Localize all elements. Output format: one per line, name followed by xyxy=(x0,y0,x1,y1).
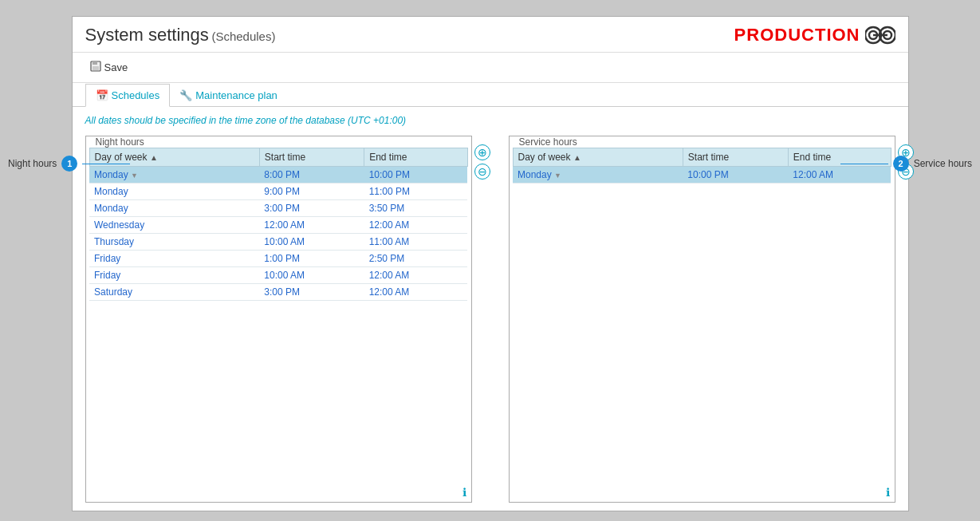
svg-rect-7 xyxy=(92,66,99,70)
table-row[interactable]: Saturday 3:00 PM 12:00 AM xyxy=(89,284,467,301)
table-row[interactable]: Wednesday 12:00 AM 12:00 AM xyxy=(89,217,467,234)
cell-start: 10:00 PM xyxy=(683,167,788,184)
cell-day: Monday xyxy=(89,200,259,217)
night-hours-annotation-text: Night hours xyxy=(8,158,57,169)
cell-day: Friday xyxy=(89,267,259,284)
table-row[interactable]: Monday ▼ 8:00 PM 10:00 PM xyxy=(89,167,467,184)
night-hours-table: Day of week ▲ Start time End time xyxy=(89,148,468,301)
cell-end: 11:00 AM xyxy=(364,234,467,251)
cell-end: 10:00 PM xyxy=(364,167,467,184)
save-label: Save xyxy=(104,61,128,73)
tabs-bar: 📅 Schedules 🔧 Maintenance plan xyxy=(73,83,908,107)
sort-arrow-service-day: ▲ xyxy=(573,153,581,162)
tab-maintenance[interactable]: 🔧 Maintenance plan xyxy=(170,84,287,107)
brand-text: PRODUCTION xyxy=(734,25,860,45)
toolbar: Save xyxy=(73,53,908,83)
col-day-of-week-service[interactable]: Day of week ▲ xyxy=(513,148,683,167)
tab-schedules[interactable]: 📅 Schedules xyxy=(85,84,171,107)
night-hours-content: Day of week ▲ Start time End time xyxy=(86,148,471,304)
brand-logo: PRODUCTION xyxy=(734,25,895,45)
table-row[interactable]: Monday 9:00 PM 11:00 PM xyxy=(89,184,467,200)
night-hours-legend: Night hours xyxy=(92,136,148,148)
cell-start: 3:00 PM xyxy=(259,200,364,217)
cell-start: 9:00 PM xyxy=(259,184,364,200)
cell-start: 10:00 AM xyxy=(259,267,364,284)
table-row[interactable]: Thursday 10:00 AM 11:00 AM xyxy=(89,234,467,251)
table-row[interactable]: Monday ▼ 10:00 PM 12:00 AM xyxy=(513,167,891,184)
col-start-time-night[interactable]: Start time xyxy=(259,148,364,167)
dropdown-arrow-icon[interactable]: ▼ xyxy=(554,172,561,180)
calendar-icon: 📅 xyxy=(96,89,108,101)
night-hours-info[interactable]: ℹ xyxy=(462,486,466,499)
cell-start: 8:00 PM xyxy=(259,167,364,184)
cell-end: 2:50 PM xyxy=(364,251,467,267)
table-row[interactable]: Monday 3:00 PM 3:50 PM xyxy=(89,200,467,217)
header: System settings (Schedules) PRODUCTION xyxy=(73,17,908,53)
night-hours-add-button[interactable]: ⊕ xyxy=(474,144,490,160)
sort-arrow-night-day: ▲ xyxy=(150,153,158,162)
timezone-note: All dates should be specified in the tim… xyxy=(85,115,895,126)
cell-day: Monday ▼ xyxy=(513,167,683,184)
night-hours-header-row: Day of week ▲ Start time End time xyxy=(89,148,467,167)
night-hours-controls: ⊕ ⊖ xyxy=(474,144,490,180)
col-start-time-service[interactable]: Start time xyxy=(683,148,788,167)
table-row[interactable]: Friday 10:00 AM 12:00 AM xyxy=(89,267,467,284)
cell-start: 12:00 AM xyxy=(259,217,364,234)
info-icon-service: ℹ xyxy=(886,486,890,499)
service-hours-panel: Service hours Day of week ▲ xyxy=(509,136,895,503)
page-title: System settings (Schedules) xyxy=(85,25,276,45)
cell-day: Saturday xyxy=(89,284,259,301)
dropdown-arrow-icon[interactable]: ▼ xyxy=(131,172,138,180)
night-hours-remove-button[interactable]: ⊖ xyxy=(474,164,490,180)
cell-day: Thursday xyxy=(89,234,259,251)
service-hours-table: Day of week ▲ Start time End time xyxy=(513,148,891,184)
night-hours-annotation-bubble: 1 xyxy=(61,156,77,172)
service-hours-content: Day of week ▲ Start time End time xyxy=(510,148,895,187)
info-icon-night: ℹ xyxy=(462,486,466,499)
service-hours-legend: Service hours xyxy=(516,136,581,148)
cell-end: 3:50 PM xyxy=(364,200,467,217)
save-button[interactable]: Save xyxy=(85,59,133,76)
cell-start: 10:00 AM xyxy=(259,234,364,251)
service-hours-annotation-text: Service hours xyxy=(914,158,972,169)
wrench-icon: 🔧 xyxy=(179,89,192,101)
table-row[interactable]: Friday 1:00 PM 2:50 PM xyxy=(89,251,467,267)
save-icon xyxy=(90,61,101,74)
panels-row: Night hours Day of week ▲ xyxy=(85,136,895,503)
tab-maintenance-label: Maintenance plan xyxy=(195,89,277,101)
cell-end: 12:00 AM xyxy=(364,267,467,284)
service-hours-header-row: Day of week ▲ Start time End time xyxy=(513,148,891,167)
night-hours-panel: Night hours Day of week ▲ xyxy=(85,136,472,503)
tab-schedules-label: Schedules xyxy=(112,89,160,101)
brand-icon xyxy=(865,25,895,45)
service-hours-info[interactable]: ℹ xyxy=(886,486,890,499)
service-hours-annotation-bubble: 2 xyxy=(893,156,909,172)
cell-day: Friday xyxy=(89,251,259,267)
cell-end: 12:00 AM xyxy=(364,284,467,301)
content-area: All dates should be specified in the tim… xyxy=(73,107,908,511)
cell-day: Wednesday xyxy=(89,217,259,234)
cell-end: 12:00 AM xyxy=(364,217,467,234)
col-end-time-night[interactable]: End time xyxy=(364,148,467,167)
svg-rect-6 xyxy=(92,61,97,65)
cell-end: 11:00 PM xyxy=(364,184,467,200)
main-window: System settings (Schedules) PRODUCTION xyxy=(72,16,909,511)
cell-start: 1:00 PM xyxy=(259,251,364,267)
cell-start: 3:00 PM xyxy=(259,284,364,301)
cell-day: Monday xyxy=(89,184,259,200)
